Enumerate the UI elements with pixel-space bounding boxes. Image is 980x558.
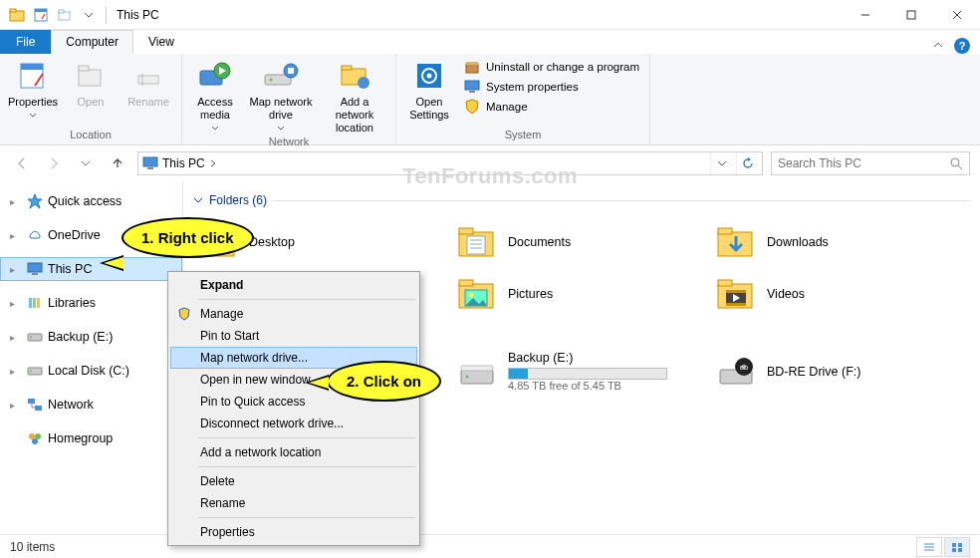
search-input[interactable] bbox=[778, 156, 949, 170]
map-network-drive-button[interactable]: Map network drive bbox=[246, 58, 316, 136]
cm-rename[interactable]: Rename bbox=[170, 492, 417, 514]
minimize-button[interactable] bbox=[843, 0, 888, 30]
help-icon[interactable]: ? bbox=[954, 38, 970, 54]
cm-pin-start[interactable]: Pin to Start bbox=[170, 325, 417, 347]
this-pc-icon bbox=[142, 155, 158, 171]
drive-backup[interactable]: Backup (E:) 4.85 TB free of 5.45 TB bbox=[452, 347, 701, 397]
svg-rect-75 bbox=[461, 366, 493, 371]
access-media-button[interactable]: Access media bbox=[188, 58, 242, 136]
qat-newfolder-icon[interactable] bbox=[54, 4, 76, 26]
svg-rect-68 bbox=[718, 280, 732, 286]
chevron-down-icon[interactable] bbox=[78, 4, 100, 26]
svg-point-23 bbox=[358, 77, 369, 89]
svg-point-18 bbox=[270, 79, 273, 82]
recent-locations-button[interactable] bbox=[74, 151, 98, 175]
up-button[interactable] bbox=[106, 151, 129, 175]
drive-icon bbox=[26, 328, 44, 346]
folder-videos[interactable]: Videos bbox=[711, 269, 960, 319]
address-bar[interactable]: This PC bbox=[137, 151, 763, 175]
breadcrumb[interactable]: This PC bbox=[162, 156, 217, 170]
close-button[interactable] bbox=[934, 0, 980, 30]
svg-point-48 bbox=[35, 433, 41, 439]
thumbnails-view-button[interactable] bbox=[944, 537, 970, 557]
back-button[interactable] bbox=[10, 151, 34, 175]
callout-click-on: 2. Click on bbox=[327, 361, 441, 402]
folder-documents[interactable]: Documents bbox=[452, 217, 701, 267]
cm-delete[interactable]: Delete bbox=[170, 470, 417, 492]
svg-rect-20 bbox=[288, 68, 294, 74]
svg-rect-12 bbox=[138, 76, 158, 84]
group-network-label: Network bbox=[188, 136, 389, 149]
svg-point-33 bbox=[951, 158, 959, 166]
add-network-location-button[interactable]: Add a network location bbox=[320, 58, 389, 136]
drive-icon bbox=[26, 362, 44, 380]
tree-network[interactable]: ▸Network bbox=[0, 393, 182, 417]
svg-rect-9 bbox=[21, 64, 43, 70]
homegroup-icon bbox=[26, 429, 44, 447]
folder-pictures[interactable]: Pictures bbox=[452, 269, 701, 319]
forward-button[interactable] bbox=[42, 151, 66, 175]
cm-add-network-location[interactable]: Add a network location bbox=[170, 441, 417, 463]
svg-line-34 bbox=[958, 165, 962, 169]
tree-this-pc[interactable]: ▸This PC bbox=[0, 257, 182, 281]
svg-rect-39 bbox=[33, 298, 36, 308]
tree-homegroup[interactable]: Homegroup bbox=[0, 426, 182, 450]
tab-computer[interactable]: Computer bbox=[51, 30, 133, 54]
tab-file[interactable]: File bbox=[0, 30, 51, 54]
svg-rect-64 bbox=[459, 280, 473, 286]
svg-rect-28 bbox=[466, 62, 478, 65]
svg-rect-3 bbox=[35, 9, 47, 12]
svg-point-26 bbox=[427, 74, 432, 79]
svg-point-66 bbox=[469, 293, 474, 298]
svg-rect-46 bbox=[35, 406, 42, 411]
qat-properties-icon[interactable] bbox=[30, 4, 52, 26]
tree-backup[interactable]: ▸Backup (E:) bbox=[0, 325, 182, 349]
svg-rect-55 bbox=[467, 236, 485, 254]
group-location-label: Location bbox=[6, 129, 175, 142]
uninstall-program-button[interactable]: Uninstall or change a program bbox=[460, 58, 643, 76]
cm-properties[interactable]: Properties bbox=[170, 521, 417, 543]
svg-rect-54 bbox=[459, 228, 473, 234]
monitor-icon bbox=[464, 79, 480, 95]
refresh-button[interactable] bbox=[736, 152, 758, 174]
tab-view[interactable]: View bbox=[133, 30, 189, 54]
window-title: This PC bbox=[117, 8, 159, 22]
folders-group-header[interactable]: Folders (6) bbox=[193, 193, 970, 207]
svg-rect-32 bbox=[147, 167, 153, 169]
svg-rect-31 bbox=[143, 157, 157, 166]
svg-rect-70 bbox=[726, 290, 746, 293]
rename-button: Rename bbox=[122, 58, 175, 109]
callout-right-click: 1. Right click bbox=[122, 217, 254, 258]
open-settings-button[interactable]: Open Settings bbox=[402, 58, 456, 122]
cm-manage[interactable]: Manage bbox=[170, 303, 417, 325]
shield-icon bbox=[176, 306, 192, 322]
cm-expand[interactable]: Expand bbox=[170, 274, 417, 296]
svg-rect-29 bbox=[465, 81, 479, 90]
cm-disconnect-drive[interactable]: Disconnect network drive... bbox=[170, 413, 417, 434]
shield-icon bbox=[464, 99, 480, 115]
svg-point-44 bbox=[30, 371, 32, 373]
tree-local-disk[interactable]: ▸Local Disk (C:) bbox=[0, 359, 182, 383]
cloud-icon bbox=[26, 226, 44, 244]
tree-libraries[interactable]: ▸Libraries bbox=[0, 291, 182, 315]
system-properties-button[interactable]: System properties bbox=[460, 78, 643, 96]
collapse-ribbon-icon[interactable] bbox=[932, 39, 944, 54]
tree-quick-access[interactable]: ▸Quick access bbox=[0, 189, 182, 213]
explorer-icon bbox=[6, 4, 28, 26]
folder-downloads[interactable]: Downloads bbox=[711, 217, 960, 267]
properties-button[interactable]: Properties bbox=[6, 58, 60, 122]
drive-bdre[interactable]: BD BD-RE Drive (F:) bbox=[711, 347, 960, 397]
svg-rect-10 bbox=[79, 70, 101, 86]
star-icon bbox=[26, 192, 44, 210]
manage-button[interactable]: Manage bbox=[460, 98, 643, 116]
titlebar: This PC bbox=[0, 0, 980, 30]
search-icon bbox=[949, 156, 963, 170]
svg-rect-83 bbox=[952, 543, 956, 547]
details-view-button[interactable] bbox=[916, 537, 942, 557]
network-icon bbox=[26, 396, 44, 414]
maximize-button[interactable] bbox=[888, 0, 934, 30]
monitor-icon bbox=[26, 260, 44, 278]
context-menu: Expand Manage Pin to Start Map network d… bbox=[167, 271, 420, 546]
search-box[interactable] bbox=[771, 151, 970, 175]
history-dropdown-button[interactable] bbox=[710, 152, 732, 174]
